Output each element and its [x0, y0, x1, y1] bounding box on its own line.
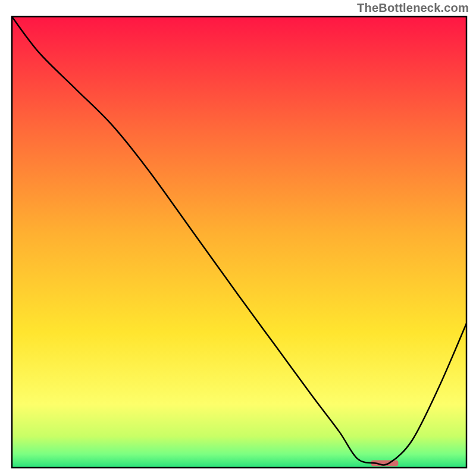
plot-background [12, 17, 466, 468]
watermark-text: TheBottleneck.com [357, 1, 469, 15]
chart-stage: TheBottleneck.com [0, 0, 476, 476]
chart-svg [0, 0, 476, 476]
